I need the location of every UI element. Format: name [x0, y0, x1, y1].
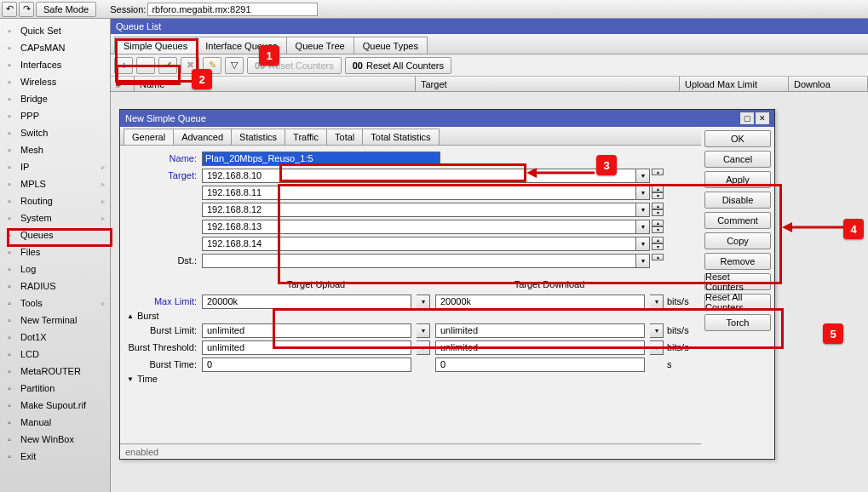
reset-all-counters-button[interactable]: 00 Reset All Counters — [345, 57, 451, 74]
max-limit-up-input[interactable] — [202, 295, 411, 309]
sidebar-item-interfaces[interactable]: ▫Interfaces — [0, 56, 110, 73]
sidebar-item-system[interactable]: ▫System▹ — [0, 209, 110, 226]
dst-input[interactable] — [202, 254, 636, 268]
reset-counters-button[interactable]: Reset Counters — [704, 273, 771, 290]
sidebar-item-radius[interactable]: ▫RADIUS — [0, 277, 110, 295]
tab-queue-types[interactable]: Queue Types — [354, 37, 428, 54]
dlg-tab-traffic[interactable]: Traffic — [285, 129, 327, 145]
disable-button[interactable]: Disable — [704, 192, 771, 209]
target-down-1[interactable]: ▾ — [652, 192, 664, 199]
ok-button[interactable]: OK — [704, 130, 771, 147]
apply-button[interactable]: Apply — [704, 171, 771, 188]
reset-counters-button[interactable]: 00 Reset Counters — [247, 57, 342, 74]
sidebar-item-dot1x[interactable]: ▫Dot1X — [0, 329, 110, 346]
burst-limit-down-dd[interactable]: ▾ — [650, 323, 664, 338]
sidebar-item-capsman[interactable]: ▫CAPsMAN — [0, 39, 110, 56]
target-input-3[interactable] — [202, 220, 636, 234]
target-up-2[interactable]: ▴ — [652, 203, 664, 209]
target-down-2[interactable]: ▾ — [652, 209, 664, 216]
burst-thr-down-dd[interactable]: ▾ — [650, 340, 664, 355]
dialog-close-button[interactable]: ✕ — [756, 112, 769, 124]
section-time[interactable]: ▼ Time — [127, 374, 694, 384]
burst-thr-up-dd[interactable]: ▾ — [417, 340, 430, 355]
sidebar-item-mesh[interactable]: ▫Mesh — [0, 141, 110, 158]
sidebar-item-tools[interactable]: ▫Tools▹ — [0, 295, 110, 312]
filter-button[interactable]: ▽ — [225, 57, 244, 74]
comment-button[interactable]: Comment — [704, 212, 771, 229]
target-up-3[interactable]: ▴ — [652, 220, 664, 226]
burst-time-down-input[interactable] — [435, 358, 645, 372]
target-up-1[interactable]: ▴ — [652, 186, 664, 192]
max-limit-down-dd[interactable]: ▾ — [650, 295, 664, 309]
sidebar-item-log[interactable]: ▫Log — [0, 260, 110, 277]
target-input-2[interactable] — [202, 203, 636, 217]
col-num[interactable]: # — [111, 77, 135, 91]
sidebar-item-manual[interactable]: ▫Manual — [0, 414, 110, 431]
max-limit-down-input[interactable] — [435, 295, 645, 309]
target-down-3[interactable]: ▾ — [652, 226, 664, 233]
disable-button[interactable]: ✖ — [181, 57, 199, 74]
target-up-0[interactable]: ▴ — [652, 169, 664, 175]
sidebar-item-routing[interactable]: ▫Routing▹ — [0, 192, 110, 209]
sidebar-item-bridge[interactable]: ▫Bridge — [0, 90, 110, 107]
redo-button[interactable]: ↷ — [19, 2, 34, 17]
sidebar-item-partition[interactable]: ▫Partition — [0, 380, 110, 397]
target-down-4[interactable]: ▾ — [652, 243, 664, 250]
cancel-button[interactable]: Cancel — [704, 151, 771, 168]
target-dropdown-4[interactable]: ▾ — [636, 237, 650, 251]
dlg-tab-total[interactable]: Total — [326, 129, 363, 145]
dlg-tab-total-statistics[interactable]: Total Statistics — [362, 129, 439, 145]
dst-up[interactable]: ▴ — [652, 254, 664, 260]
target-input-4[interactable] — [202, 237, 636, 251]
col-name[interactable]: Name — [135, 77, 416, 91]
burst-thr-up-input[interactable] — [202, 340, 411, 355]
tab-queue-tree[interactable]: Queue Tree — [286, 37, 354, 54]
col-target[interactable]: Target — [416, 77, 680, 91]
safe-mode-button[interactable]: Safe Mode — [36, 2, 96, 17]
burst-limit-down-input[interactable] — [435, 323, 645, 338]
burst-thr-down-input[interactable] — [435, 340, 645, 355]
tab-simple-queues[interactable]: Simple Queues — [114, 37, 197, 54]
target-input-1[interactable] — [202, 186, 636, 200]
sidebar-item-files[interactable]: ▫Files — [0, 243, 110, 260]
sidebar-item-wireless[interactable]: ▫Wireless — [0, 73, 110, 90]
add-button[interactable]: ＋ — [114, 57, 133, 74]
sidebar-item-metarouter[interactable]: ▫MetaROUTER — [0, 363, 110, 380]
sidebar-item-new-terminal[interactable]: ▫New Terminal — [0, 312, 110, 329]
sidebar-item-ip[interactable]: ▫IP▹ — [0, 158, 110, 175]
name-input[interactable]: Plan_20Mbps_Reuso_1:5 — [202, 152, 440, 166]
remove-button[interactable]: — — [136, 57, 155, 74]
target-dropdown-0[interactable]: ▾ — [636, 169, 650, 183]
target-dropdown-1[interactable]: ▾ — [636, 186, 650, 200]
burst-limit-up-input[interactable] — [202, 323, 411, 338]
target-up-4[interactable]: ▴ — [652, 237, 664, 243]
burst-time-up-input[interactable] — [202, 358, 411, 372]
sidebar-item-ppp[interactable]: ▫PPP — [0, 107, 110, 124]
sidebar-item-make-supout-rif[interactable]: ▫Make Supout.rif — [0, 397, 110, 414]
tab-interface-queues[interactable]: Interface Queues — [196, 37, 286, 54]
target-dropdown-2[interactable]: ▾ — [636, 203, 650, 217]
dlg-tab-general[interactable]: General — [124, 129, 174, 145]
dlg-tab-advanced[interactable]: Advanced — [173, 129, 232, 145]
sidebar-item-new-winbox[interactable]: ▫New WinBox — [0, 431, 110, 448]
reset-all-counters-button[interactable]: Reset All Counters — [704, 294, 771, 311]
max-limit-up-dd[interactable]: ▾ — [417, 295, 430, 309]
sidebar-item-mpls[interactable]: ▫MPLS▹ — [0, 175, 110, 192]
sidebar-item-queues[interactable]: ▫Queues — [0, 226, 110, 243]
col-upload-max[interactable]: Upload Max Limit — [680, 77, 789, 91]
torch-button[interactable]: Torch — [704, 314, 771, 331]
dst-dropdown[interactable]: ▾ — [636, 254, 650, 268]
dlg-tab-statistics[interactable]: Statistics — [231, 129, 285, 145]
burst-limit-up-dd[interactable]: ▾ — [417, 323, 430, 338]
col-download-max[interactable]: Downloa — [789, 77, 868, 91]
enable-button[interactable]: ✔ — [158, 57, 177, 74]
sidebar-item-quick-set[interactable]: ▫Quick Set — [0, 22, 110, 39]
sidebar-item-lcd[interactable]: ▫LCD — [0, 346, 110, 363]
remove-button[interactable]: Remove — [704, 253, 771, 270]
undo-button[interactable]: ↶ — [2, 2, 17, 17]
section-burst[interactable]: ▲ Burst — [127, 311, 694, 321]
comment-button[interactable]: ✎ — [203, 57, 221, 74]
sidebar-item-switch[interactable]: ▫Switch — [0, 124, 110, 141]
copy-button[interactable]: Copy — [704, 232, 771, 249]
sidebar-item-exit[interactable]: ▫Exit — [0, 448, 110, 465]
